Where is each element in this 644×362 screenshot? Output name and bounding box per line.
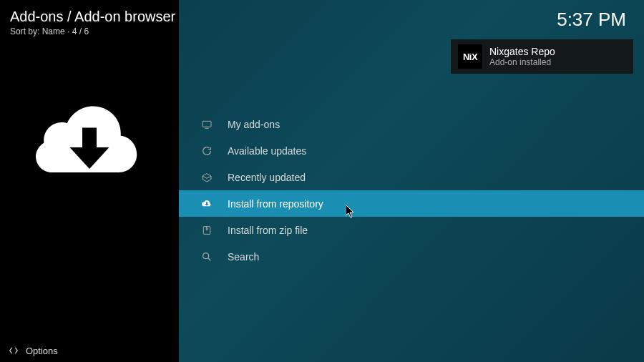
cloud-download-icon <box>36 94 143 187</box>
toast-subtitle: Add-on installed <box>489 57 555 67</box>
menu-item-install-from-repository[interactable]: Install from repository <box>179 190 644 217</box>
zip-icon <box>200 225 213 236</box>
breadcrumb: Add-ons / Add-on browser <box>10 9 179 25</box>
cloud-down-icon <box>200 198 213 210</box>
svg-point-5 <box>203 253 209 258</box>
svg-rect-0 <box>203 121 211 127</box>
menu-item-my-addons[interactable]: My add-ons <box>179 111 644 137</box>
menu-item-recently-updated[interactable]: Recently updated <box>179 164 644 190</box>
notification-toast: NiX Nixgates Repo Add-on installed <box>451 39 633 74</box>
toast-title: Nixgates Repo <box>489 46 555 57</box>
search-icon <box>200 251 213 263</box>
clock: 5:37 PM <box>557 9 626 31</box>
box-open-icon <box>200 172 213 183</box>
svg-line-6 <box>208 258 210 260</box>
menu-item-install-from-zip[interactable]: Install from zip file <box>179 217 644 243</box>
menu-list: My add-ons Available updates Recently up… <box>179 111 644 270</box>
screen-icon <box>200 119 213 130</box>
svg-rect-2 <box>203 226 210 234</box>
options-icon <box>9 346 19 356</box>
menu-item-available-updates[interactable]: Available updates <box>179 137 644 164</box>
refresh-icon <box>200 145 213 157</box>
footer-options[interactable]: Options <box>0 339 179 362</box>
sidebar: Add-ons / Add-on browser Sort by: Name ·… <box>0 0 179 362</box>
sidebar-graphic <box>10 94 179 187</box>
toast-addon-icon: NiX <box>458 44 482 69</box>
sort-info: Sort by: Name · 4 / 6 <box>10 26 179 36</box>
menu-item-search[interactable]: Search <box>179 243 644 270</box>
